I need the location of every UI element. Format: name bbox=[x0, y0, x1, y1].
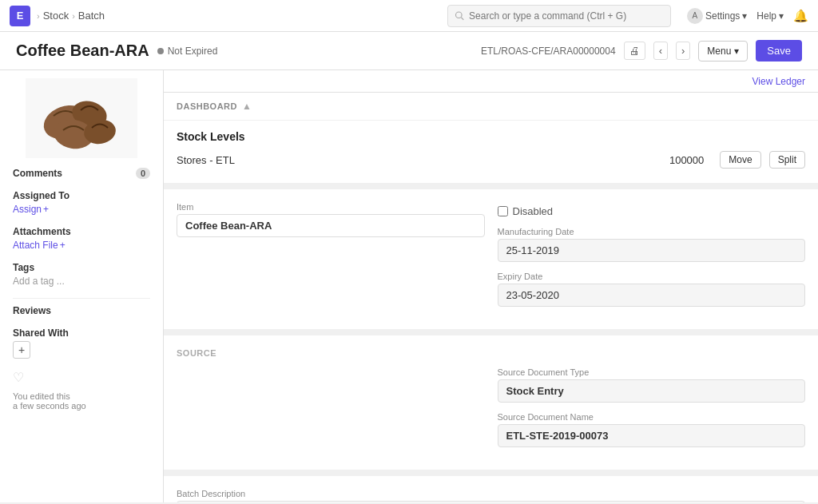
svg-point-0 bbox=[455, 12, 462, 18]
top-navigation: E › Stock › Batch A Settings ▾ Help ▾ 🔔 bbox=[0, 0, 818, 32]
status-text: Not Expired bbox=[168, 46, 218, 57]
sidebar-shared-with: Shared With + bbox=[13, 327, 150, 359]
breadcrumb-batch[interactable]: Batch bbox=[78, 10, 105, 22]
app-logo: E bbox=[10, 6, 30, 26]
source-doc-type-input[interactable] bbox=[498, 379, 806, 403]
sidebar-attachments: Attachments Attach File + bbox=[13, 226, 150, 251]
attach-file-button[interactable]: Attach File + bbox=[13, 240, 150, 251]
source-doc-type-label: Source Document Type bbox=[498, 367, 806, 377]
stock-level-row: Stores - ETL 100000 Move Split bbox=[177, 151, 805, 169]
menu-label: Menu bbox=[707, 46, 731, 57]
disabled-checkbox-row: Disabled bbox=[498, 205, 806, 217]
assigned-to-title: Assigned To bbox=[13, 190, 150, 201]
expiry-date-label: Expiry Date bbox=[498, 272, 806, 281]
batch-desc-input[interactable] bbox=[177, 501, 805, 502]
page-header: Coffee Bean-ARA Not Expired ETL/ROAS-CFE… bbox=[0, 32, 818, 70]
dashboard-header-title: DASHBOARD bbox=[177, 101, 237, 111]
stores-label: Stores - ETL bbox=[177, 154, 235, 166]
document-id: ETL/ROAS-CFE/ARA00000004 bbox=[481, 46, 616, 57]
main-layout: Comments 0 Assigned To Assign + Attachme… bbox=[0, 70, 818, 502]
svg-line-1 bbox=[461, 18, 463, 20]
left-column: Item bbox=[177, 202, 485, 247]
chevron-right-icon: › bbox=[72, 11, 75, 21]
page-header-actions: ETL/ROAS-CFE/ARA00000004 🖨 ‹ › Menu ▾ Sa… bbox=[481, 40, 802, 62]
status-badge: Not Expired bbox=[157, 46, 218, 57]
attachments-label: Attachments bbox=[13, 226, 71, 237]
source-doc-name-label: Source Document Name bbox=[498, 412, 806, 422]
right-column: Disabled Manufacturing Date Expiry Date bbox=[498, 202, 806, 316]
source-doc-type-group: Source Document Type bbox=[498, 367, 806, 403]
coffee-beans-svg bbox=[30, 82, 133, 154]
batch-desc-group: Batch Description bbox=[177, 489, 805, 502]
page-title: Coffee Bean-ARA bbox=[16, 42, 149, 60]
prev-record-button[interactable]: ‹ bbox=[653, 42, 668, 60]
assign-button[interactable]: Assign + bbox=[13, 204, 150, 215]
source-doc-name-group: Source Document Name bbox=[498, 412, 806, 447]
avatar-icon: A bbox=[687, 8, 703, 24]
sidebar-assigned-to: Assigned To Assign + bbox=[13, 190, 150, 215]
source-form-row: Source Document Type Source Document Nam… bbox=[177, 367, 805, 457]
view-ledger-button[interactable]: View Ledger bbox=[752, 76, 806, 87]
sidebar-reviews: Reviews bbox=[13, 305, 150, 316]
item-field-group: Item bbox=[177, 202, 485, 237]
breadcrumb-stock[interactable]: Stock bbox=[43, 10, 69, 22]
chevron-down-icon: ▾ bbox=[742, 10, 747, 22]
product-image bbox=[26, 78, 137, 158]
chevron-right-icon: › bbox=[37, 11, 40, 21]
sidebar-tags: Tags Add a tag ... bbox=[13, 262, 150, 287]
topnav-actions: A Settings ▾ Help ▾ 🔔 bbox=[687, 8, 808, 24]
collapse-icon[interactable]: ▲ bbox=[242, 101, 252, 112]
split-label: Split bbox=[778, 154, 796, 165]
search-icon bbox=[455, 10, 464, 21]
dashboard-panel: DASHBOARD ▲ Stock Levels Stores - ETL 10… bbox=[164, 93, 818, 183]
sidebar: Comments 0 Assigned To Assign + Attachme… bbox=[0, 70, 164, 502]
item-form-section: Item Disabled Manufacturing Date Expiry … bbox=[164, 189, 818, 329]
menu-button[interactable]: Menu ▾ bbox=[698, 41, 748, 62]
save-label: Save bbox=[767, 45, 791, 57]
source-doc-name-input[interactable] bbox=[498, 424, 806, 447]
next-record-button[interactable]: › bbox=[676, 42, 690, 60]
print-button[interactable]: 🖨 bbox=[624, 42, 645, 60]
logo-letter: E bbox=[17, 10, 24, 22]
add-tag-button[interactable]: Add a tag ... bbox=[13, 276, 150, 287]
source-right-col: Source Document Type Source Document Nam… bbox=[498, 367, 806, 457]
manufacturing-date-input[interactable] bbox=[498, 239, 806, 262]
status-dot bbox=[157, 48, 164, 54]
expiry-date-group: Expiry Date bbox=[498, 272, 806, 307]
page-title-area: Coffee Bean-ARA Not Expired bbox=[16, 42, 217, 60]
item-form-row: Item Disabled Manufacturing Date Expiry … bbox=[177, 202, 805, 316]
attach-file-label: Attach File bbox=[13, 240, 58, 251]
expiry-date-input[interactable] bbox=[498, 284, 806, 307]
sidebar-footer: You edited this a few seconds ago bbox=[13, 391, 150, 411]
content-area: View Ledger DASHBOARD ▲ Stock Levels Sto… bbox=[164, 70, 818, 502]
comments-label: Comments bbox=[13, 168, 62, 179]
search-input[interactable] bbox=[469, 10, 664, 22]
item-input[interactable] bbox=[177, 214, 485, 237]
help-label: Help bbox=[756, 10, 776, 22]
sidebar-divider bbox=[13, 298, 150, 299]
item-label: Item bbox=[177, 202, 485, 212]
chevron-down-icon: ▾ bbox=[734, 46, 739, 57]
shared-with-title: Shared With bbox=[13, 327, 150, 339]
dashboard-panel-header: DASHBOARD ▲ bbox=[164, 93, 818, 121]
move-button[interactable]: Move bbox=[720, 151, 760, 169]
search-bar[interactable] bbox=[447, 5, 671, 27]
comments-title: Comments 0 bbox=[13, 168, 150, 179]
settings-button[interactable]: A Settings ▾ bbox=[687, 8, 747, 24]
reviews-label: Reviews bbox=[13, 305, 51, 316]
source-section: SOURCE Source Document Type Source Docum… bbox=[164, 335, 818, 470]
save-button[interactable]: Save bbox=[756, 40, 802, 62]
help-button[interactable]: Help ▾ bbox=[756, 10, 784, 22]
disabled-checkbox[interactable] bbox=[498, 206, 508, 216]
split-button[interactable]: Split bbox=[769, 151, 805, 169]
disabled-label: Disabled bbox=[513, 205, 554, 217]
shared-with-label: Shared With bbox=[13, 327, 69, 339]
chevron-down-icon: ▾ bbox=[779, 10, 784, 22]
add-shared-user-button[interactable]: + bbox=[13, 341, 30, 359]
footer-edited-text: You edited this bbox=[13, 391, 150, 401]
like-icon[interactable]: ♡ bbox=[13, 370, 150, 385]
tags-label: Tags bbox=[13, 262, 34, 273]
notification-bell-icon[interactable]: 🔔 bbox=[793, 9, 808, 23]
batch-desc-label: Batch Description bbox=[177, 489, 805, 498]
assign-label: Assign bbox=[13, 204, 42, 215]
